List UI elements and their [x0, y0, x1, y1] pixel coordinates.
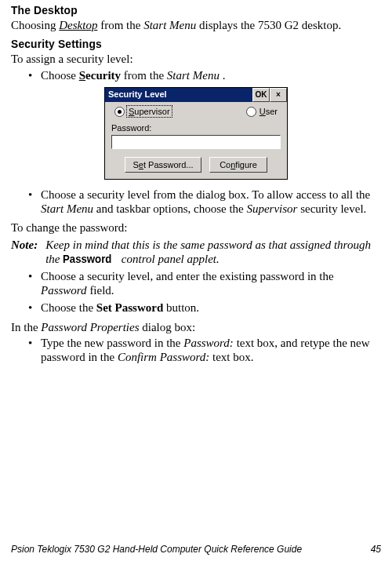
dialog-title: Security Level	[105, 88, 252, 102]
radio-dot-icon	[114, 107, 125, 117]
close-icon[interactable]: ×	[270, 88, 287, 102]
bullet-choose-security: Choose Security from the Start Menu .	[28, 68, 381, 82]
text: and taskbar options, choose the	[96, 202, 247, 215]
desktop-paragraph: Choosing Desktop from the Start Menu dis…	[11, 18, 381, 32]
footer-left: Psion Teklogix 7530 G2 Hand-Held Compute…	[11, 544, 302, 555]
note: Note: Keep in mind that this is the same…	[11, 239, 381, 266]
note-label: Note:	[11, 239, 38, 266]
page-number: 45	[371, 544, 381, 555]
text: control panel applet.	[122, 253, 220, 265]
dialog-titlebar[interactable]: Security Level OK ×	[105, 88, 287, 102]
user-radio-label: User	[260, 107, 278, 116]
security-word: Security	[79, 69, 121, 82]
configure-button[interactable]: Configure	[209, 157, 267, 173]
password-properties-text: Password Properties	[41, 321, 139, 333]
text: .	[223, 69, 226, 82]
ok-button[interactable]: OK	[252, 88, 270, 102]
text: In the	[11, 321, 41, 333]
bullet-choose-level: Choose a security level from the dialog …	[28, 188, 381, 217]
heading-security-settings: Security Settings	[11, 37, 351, 50]
supervisor-text: Supervi­sor	[246, 202, 297, 215]
note-body: Keep in mind that this is the same passw…	[45, 239, 381, 266]
text: security level.	[300, 202, 366, 215]
in-password-properties: In the Password Properties dialog box:	[11, 320, 381, 334]
text: Choose a security level, and enter the e…	[41, 270, 334, 282]
text: from the	[124, 69, 167, 82]
password-input[interactable]	[111, 135, 281, 149]
security-level-dialog: Security Level OK × Supervisor User Pass…	[104, 87, 288, 180]
supervisor-radio[interactable]: Supervisor	[114, 107, 171, 117]
password-applet-word: Password	[63, 252, 111, 265]
text: Type the new password in the	[41, 337, 183, 349]
text: displays the 7530 G2 desktop.	[199, 19, 341, 31]
text: button.	[166, 301, 199, 314]
set-password-button[interactable]: Set Password...	[125, 157, 201, 173]
confirm-password-text: Confirm Password:	[118, 351, 209, 363]
radio-dot-icon	[246, 107, 256, 117]
assign-intro: To assign a security level:	[11, 52, 381, 66]
text: text box.	[212, 351, 254, 363]
start-menu-text: Start Menu	[167, 69, 220, 82]
password-field-text: Password	[41, 284, 87, 297]
password-label: Password:	[111, 123, 281, 133]
bullet-type-new-password: Type the new password in the Password: t…	[28, 336, 381, 365]
text: dialog box:	[142, 321, 195, 333]
text: Choose the	[41, 301, 96, 314]
bullet-enter-existing: Choose a security level, and enter the e…	[28, 269, 381, 298]
password-colon-text: Password:	[183, 337, 234, 349]
heading-the-desktop: The Desktop	[11, 3, 351, 16]
text: field.	[89, 284, 114, 297]
change-password-intro: To change the password:	[11, 220, 381, 235]
bullet-choose-set-password: Choose the Set Password button.	[28, 301, 381, 315]
start-menu-text: Start Menu	[41, 202, 93, 215]
supervisor-radio-label: Supervisor	[128, 107, 171, 116]
desktop-key: Desktop	[59, 19, 97, 31]
set-password-text: Set Password	[96, 301, 163, 314]
text: Choosing	[11, 19, 59, 31]
user-radio[interactable]: User	[246, 107, 278, 117]
text: Choose a security level from the dialog …	[41, 188, 370, 201]
start-menu-text: Start Menu	[143, 19, 196, 31]
text: Choose	[41, 69, 79, 82]
text: from the	[100, 19, 143, 31]
